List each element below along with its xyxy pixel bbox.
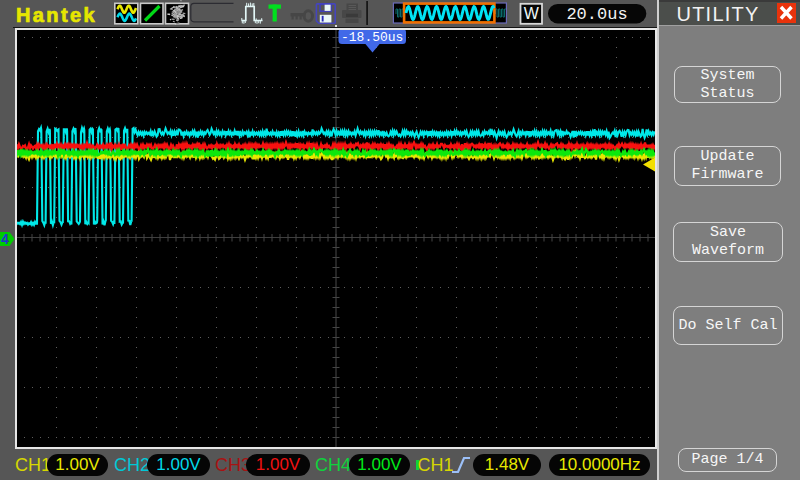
svg-text:W: W [524, 5, 540, 22]
svg-text:4: 4 [1, 231, 9, 247]
svg-text:-18.50us: -18.50us [341, 30, 403, 45]
svg-text:20.0us: 20.0us [566, 5, 627, 24]
